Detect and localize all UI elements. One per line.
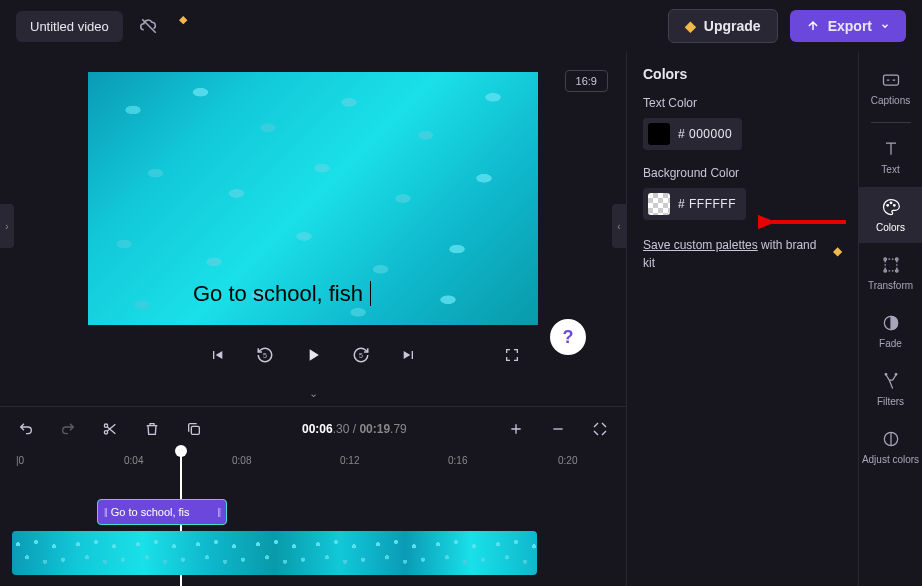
zoom-out-icon[interactable] — [544, 415, 572, 443]
rail-adjust-colors[interactable]: Adjust colors — [859, 419, 923, 475]
left-panel-toggle[interactable]: › — [0, 204, 14, 248]
annotation-arrow — [758, 207, 848, 237]
zoom-in-icon[interactable] — [502, 415, 530, 443]
play-button[interactable] — [299, 341, 327, 369]
svg-rect-5 — [883, 75, 898, 85]
svg-point-8 — [893, 205, 895, 207]
ruler-tick: 0:08 — [232, 455, 251, 466]
text-color-picker[interactable]: # 000000 — [643, 118, 742, 150]
diamond-icon: ◆ — [685, 18, 696, 34]
panel-title: Colors — [643, 66, 842, 82]
delete-icon[interactable] — [138, 415, 166, 443]
rail-transform[interactable]: Transform — [859, 245, 923, 301]
bg-color-value: # FFFFFF — [678, 197, 736, 211]
captions-icon — [881, 70, 901, 90]
rail-fade[interactable]: Fade — [859, 303, 923, 359]
text-clip-label: Go to school, fis — [111, 506, 190, 518]
fade-icon — [881, 313, 901, 333]
upload-icon — [806, 19, 820, 33]
bg-color-label: Background Color — [643, 166, 842, 180]
redo-icon[interactable] — [54, 415, 82, 443]
svg-rect-9 — [885, 259, 897, 271]
text-color-value: # 000000 — [678, 127, 732, 141]
skip-end-icon[interactable] — [395, 341, 423, 369]
text-icon — [881, 139, 901, 159]
text-clip[interactable]: || Go to school, fis || — [97, 499, 227, 525]
svg-point-7 — [890, 202, 892, 204]
collapse-preview-icon[interactable]: ⌄ — [8, 387, 618, 400]
svg-point-2 — [104, 431, 107, 434]
text-color-label: Text Color — [643, 96, 842, 110]
color-swatch-transparent — [648, 193, 670, 215]
ruler-tick: 0:16 — [448, 455, 467, 466]
video-clip[interactable] — [12, 531, 537, 575]
upgrade-button[interactable]: ◆ Upgrade — [668, 9, 778, 43]
video-preview[interactable]: Go to school, fish — [88, 72, 538, 325]
svg-point-1 — [104, 424, 107, 427]
color-swatch-black — [648, 123, 670, 145]
preview-area: 16:9 › ‹ Go to school, fish 5 — [0, 52, 626, 400]
svg-rect-3 — [191, 426, 199, 434]
upgrade-label: Upgrade — [704, 18, 761, 34]
ruler-tick: 0:12 — [340, 455, 359, 466]
fit-icon[interactable] — [586, 415, 614, 443]
rewind-5-icon[interactable]: 5 — [251, 341, 279, 369]
aspect-ratio-button[interactable]: 16:9 — [565, 70, 608, 92]
header-bar: Untitled video ◆ ◆ Upgrade Export — [0, 0, 922, 52]
undo-icon[interactable] — [12, 415, 40, 443]
cloud-off-icon[interactable] — [135, 12, 163, 40]
properties-panel: Colors Text Color # 000000 Background Co… — [626, 52, 858, 586]
svg-point-6 — [886, 205, 888, 207]
premium-diamond-icon: ◆ — [169, 5, 197, 33]
duplicate-icon[interactable] — [180, 415, 208, 443]
save-palettes-link[interactable]: Save custom palettes with brand kit ◆ — [643, 236, 842, 272]
timecode-display: 00:06.30 / 00:19.79 — [302, 422, 407, 436]
clip-grip-icon: || — [217, 507, 220, 517]
fullscreen-icon[interactable] — [498, 341, 526, 369]
clip-grip-icon: || — [104, 507, 107, 517]
bg-color-picker[interactable]: # FFFFFF — [643, 188, 746, 220]
transform-icon — [881, 255, 901, 275]
right-panel-toggle[interactable]: ‹ — [612, 204, 626, 248]
export-label: Export — [828, 18, 872, 34]
timeline-ruler[interactable]: |0 0:04 0:08 0:12 0:16 0:20 — [12, 451, 626, 475]
filters-icon — [881, 371, 901, 391]
text-overlay[interactable]: Go to school, fish — [193, 281, 371, 307]
rail-text[interactable]: Text — [859, 129, 923, 185]
export-button[interactable]: Export — [790, 10, 906, 42]
right-rail: Captions Text Colors Transform Fade Filt… — [858, 52, 922, 586]
rail-colors[interactable]: Colors — [859, 187, 923, 243]
palette-icon — [881, 197, 901, 217]
timeline-tracks[interactable]: || Go to school, fis || — [12, 475, 626, 501]
forward-5-icon[interactable]: 5 — [347, 341, 375, 369]
project-title[interactable]: Untitled video — [16, 11, 123, 42]
chevron-down-icon — [880, 21, 890, 31]
ruler-tick: 0:04 — [124, 455, 143, 466]
svg-line-0 — [142, 19, 156, 33]
adjust-icon — [881, 429, 901, 449]
playback-controls: 5 5 ? — [8, 325, 618, 385]
rail-filters[interactable]: Filters — [859, 361, 923, 417]
ruler-tick: 0:20 — [558, 455, 577, 466]
help-button[interactable]: ? — [550, 319, 586, 355]
rail-captions[interactable]: Captions — [859, 60, 923, 116]
ruler-tick: |0 — [16, 455, 24, 466]
timeline-toolbar: 00:06.30 / 00:19.79 — [0, 406, 626, 451]
diamond-icon: ◆ — [833, 242, 842, 260]
split-icon[interactable] — [96, 415, 124, 443]
skip-start-icon[interactable] — [203, 341, 231, 369]
